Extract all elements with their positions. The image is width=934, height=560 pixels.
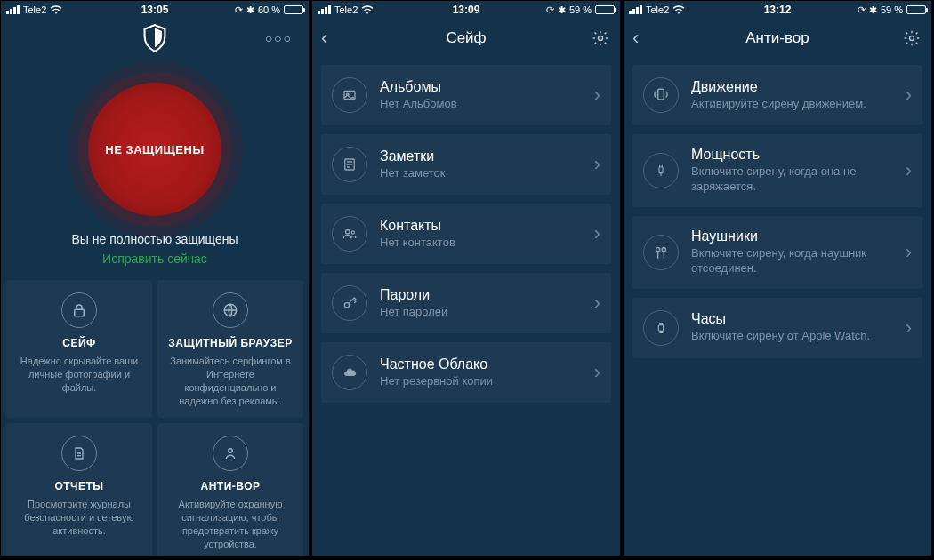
- row-notes[interactable]: ЗаметкиНет заметок ›: [321, 134, 611, 195]
- page-title: Анти-вор: [745, 29, 809, 47]
- clock: 13:12: [764, 4, 792, 16]
- chevron-right-icon: ›: [594, 292, 600, 315]
- row-title: Альбомы: [380, 79, 582, 95]
- person-shield-icon: [213, 436, 248, 471]
- battery-icon: [906, 5, 926, 14]
- clock: 13:05: [141, 4, 169, 16]
- row-title: Движение: [691, 79, 893, 95]
- card-desc: Просмотрите журналы безопасности и сетев…: [15, 498, 143, 538]
- row-cloud[interactable]: Частное ОблакоНет резервной копии ›: [321, 342, 611, 403]
- row-title: Заметки: [380, 148, 582, 164]
- svg-point-3: [599, 36, 603, 41]
- antithief-list: ДвижениеАктивируйте сирену движением. › …: [624, 58, 931, 365]
- settings-gear-icon[interactable]: [592, 29, 609, 47]
- nav-bar: ‹ Сейф: [312, 19, 620, 58]
- svg-point-7: [346, 230, 350, 235]
- card-title: АНТИ-ВОР: [166, 480, 294, 492]
- card-antithief[interactable]: АНТИ-ВОР Активируйте охранную сигнализац…: [157, 423, 303, 556]
- status-bar: Tele2 13:12 ⟳ ✱ 59 %: [624, 1, 931, 19]
- row-sub: Активируйте сирену движением.: [691, 97, 893, 112]
- row-title: Наушники: [691, 228, 893, 244]
- row-sub: Нет контактов: [380, 236, 582, 251]
- card-title: СЕЙФ: [15, 337, 143, 349]
- safe-list: АльбомыНет Альбомов › ЗаметкиНет заметок…: [312, 58, 620, 410]
- row-title: Частное Облако: [380, 356, 582, 372]
- card-title: ЗАЩИТНЫЙ БРАУЗЕР: [166, 337, 294, 349]
- chevron-right-icon: ›: [594, 361, 600, 384]
- row-watch[interactable]: ЧасыВключите сирену от Apple Watch. ›: [632, 298, 922, 358]
- more-menu-icon[interactable]: ○○○: [265, 31, 293, 45]
- wifi-icon: [361, 5, 374, 14]
- row-contacts[interactable]: КонтактыНет контактов ›: [321, 204, 611, 264]
- bluetooth-icon: ✱: [558, 4, 566, 16]
- chevron-right-icon: ›: [906, 159, 912, 182]
- row-sub: Включите сирену, когда она не заряжается…: [691, 164, 893, 195]
- settings-gear-icon[interactable]: [903, 29, 921, 47]
- chevron-right-icon: ›: [906, 84, 912, 107]
- chevron-right-icon: ›: [906, 241, 912, 264]
- row-passwords[interactable]: ПаролиНет паролей ›: [321, 273, 611, 333]
- wifi-icon: [672, 5, 685, 14]
- svg-rect-12: [659, 167, 663, 173]
- nav-bar: ‹ Анти-вор: [624, 19, 931, 58]
- photo-icon: [332, 77, 367, 113]
- card-desc: Занимайтесь серфингом в Интернете конфид…: [166, 355, 294, 407]
- protection-status-button[interactable]: НЕ ЗАЩИЩЕНЫ: [88, 83, 221, 216]
- bluetooth-icon: ✱: [246, 4, 254, 16]
- card-safe[interactable]: СЕЙФ Надежно скрывайте ваши личные фотог…: [6, 280, 152, 418]
- signal-icon: [629, 5, 642, 14]
- svg-rect-0: [75, 309, 85, 316]
- row-sub: Нет Альбомов: [380, 97, 582, 112]
- status-bar: Tele2 13:05 ⟳ ✱ 60 %: [1, 1, 309, 19]
- screen-antithief: Tele2 13:12 ⟳ ✱ 59 % ‹ Анти-вор Движение…: [623, 0, 932, 556]
- row-albums[interactable]: АльбомыНет Альбомов ›: [321, 65, 611, 125]
- watch-icon: [643, 310, 679, 346]
- protection-status-text: Вы не полностью защищены: [1, 232, 309, 246]
- loading-icon: ⟳: [858, 4, 866, 16]
- back-button[interactable]: ‹: [321, 27, 327, 50]
- clock: 13:09: [453, 4, 480, 16]
- card-browser[interactable]: ЗАЩИТНЫЙ БРАУЗЕР Занимайтесь серфингом в…: [157, 280, 303, 418]
- battery-percent: 59 %: [569, 4, 592, 15]
- fix-now-link[interactable]: Исправить сейчас: [1, 252, 309, 266]
- row-sub: Нет заметок: [380, 166, 582, 181]
- svg-rect-15: [658, 324, 663, 331]
- chevron-right-icon: ›: [594, 222, 600, 245]
- svg-point-13: [656, 247, 660, 251]
- carrier-label: Tele2: [334, 4, 358, 15]
- protection-status-hero: НЕ ЗАЩИЩЕНЫ Вы не полностью защищены Исп…: [1, 58, 309, 275]
- card-title: ОТЧЕТЫ: [15, 480, 143, 492]
- headphones-icon: [643, 235, 679, 270]
- svg-rect-11: [658, 89, 664, 100]
- row-sub: Нет резервной копии: [380, 374, 582, 389]
- signal-icon: [6, 5, 20, 14]
- key-icon: [332, 285, 367, 321]
- row-title: Контакты: [380, 218, 582, 234]
- row-headphones[interactable]: НаушникиВключите сирену, когда наушник о…: [632, 216, 922, 289]
- battery-percent: 60 %: [258, 4, 280, 15]
- nav-bar: ○○○: [1, 19, 309, 58]
- protection-badge: НЕ ЗАЩИЩЕНЫ: [105, 143, 204, 156]
- plug-icon: [643, 153, 679, 188]
- row-power[interactable]: МощностьВключите сирену, когда она не за…: [632, 134, 922, 207]
- row-title: Часы: [691, 311, 893, 327]
- row-motion[interactable]: ДвижениеАктивируйте сирену движением. ›: [632, 65, 922, 125]
- row-sub: Включите сирену, когда наушник отсоедине…: [691, 246, 893, 276]
- status-bar: Tele2 13:09 ⟳ ✱ 59 %: [312, 1, 620, 19]
- globe-icon: [213, 292, 248, 328]
- note-icon: [332, 147, 367, 182]
- chevron-right-icon: ›: [906, 316, 912, 340]
- back-button[interactable]: ‹: [632, 27, 639, 50]
- app-logo-shield-icon: [142, 24, 167, 52]
- feature-grid: СЕЙФ Надежно скрывайте ваши личные фотог…: [1, 275, 309, 556]
- svg-point-2: [229, 449, 233, 453]
- row-title: Мощность: [691, 147, 893, 163]
- svg-point-8: [351, 231, 354, 234]
- page-title: Сейф: [446, 29, 486, 47]
- carrier-label: Tele2: [646, 4, 669, 15]
- lock-icon: [61, 292, 97, 328]
- battery-icon: [284, 5, 303, 14]
- battery-percent: 59 %: [881, 4, 903, 15]
- card-reports[interactable]: ОТЧЕТЫ Просмотрите журналы безопасности …: [6, 423, 152, 556]
- screen-home: Tele2 13:05 ⟳ ✱ 60 % ○○○ НЕ ЗАЩИЩЕНЫ Вы …: [0, 0, 310, 556]
